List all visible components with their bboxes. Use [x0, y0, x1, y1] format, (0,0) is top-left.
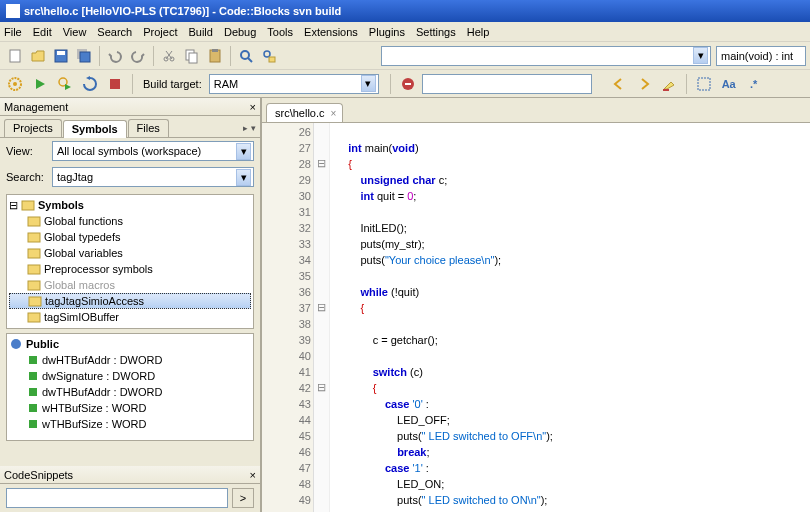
code-pane: src\hello.c × 26272829303132333435363738…	[262, 98, 810, 512]
cut-icon[interactable]	[158, 45, 180, 67]
close-icon[interactable]: ×	[250, 469, 256, 481]
svg-rect-36	[29, 420, 37, 428]
build-icon[interactable]	[4, 73, 26, 95]
rebuild-icon[interactable]	[79, 73, 101, 95]
tab-projects[interactable]: Projects	[4, 119, 62, 137]
menu-search[interactable]: Search	[97, 26, 132, 38]
tree-item[interactable]: dwHTBufAddr : DWORD	[9, 352, 251, 368]
save-icon[interactable]	[50, 45, 72, 67]
undo-icon[interactable]	[104, 45, 126, 67]
menu-view[interactable]: View	[63, 26, 87, 38]
tree-item[interactable]: Global functions	[9, 213, 251, 229]
menu-file[interactable]: File	[4, 26, 22, 38]
window-title: src\hello.c [HelloVIO-PLS (TC1796)] - Co…	[24, 5, 341, 17]
svg-rect-30	[28, 313, 40, 322]
menu-tools[interactable]: Tools	[267, 26, 293, 38]
symbols-tree[interactable]: ⊟SymbolsGlobal functionsGlobal typedefsG…	[6, 194, 254, 329]
highlight-icon[interactable]	[658, 73, 680, 95]
tree-item[interactable]: Global typedefs	[9, 229, 251, 245]
svg-rect-28	[28, 281, 40, 290]
tree-root[interactable]: Public	[9, 336, 251, 352]
toolbar-build: Build target: RAM▾ Aa .*	[0, 70, 810, 98]
svg-rect-22	[698, 78, 710, 90]
chevron-down-icon[interactable]: ▾	[236, 169, 251, 186]
menu-plugins[interactable]: Plugins	[369, 26, 405, 38]
menu-edit[interactable]: Edit	[33, 26, 52, 38]
svg-rect-23	[22, 201, 34, 210]
go-button[interactable]: >	[232, 488, 254, 508]
tree-item[interactable]: wTHBufSize : WORD	[9, 416, 251, 432]
search-combo[interactable]: tagJtag▾	[52, 167, 254, 187]
svg-rect-20	[405, 83, 411, 85]
view-combo-value: All local symbols (workspace)	[57, 145, 234, 157]
function-combo[interactable]: main(void) : int	[716, 46, 806, 66]
file-tab-label: src\hello.c	[275, 107, 325, 119]
new-file-icon[interactable]	[4, 45, 26, 67]
search-label: Search:	[6, 171, 48, 183]
chevron-down-icon[interactable]: ▾	[236, 143, 251, 160]
public-tree[interactable]: PublicdwHTBufAddr : DWORDdwSignature : D…	[6, 333, 254, 441]
build-target-combo[interactable]: RAM▾	[209, 74, 379, 94]
abort-icon[interactable]	[104, 73, 126, 95]
view-combo[interactable]: All local symbols (workspace)▾	[52, 141, 254, 161]
file-tab[interactable]: src\hello.c ×	[266, 103, 343, 122]
snippets-title: CodeSnippets	[4, 469, 73, 481]
toolbar-main: ▾ main(void) : int	[0, 42, 810, 70]
menu-extensions[interactable]: Extensions	[304, 26, 358, 38]
svg-rect-29	[29, 297, 41, 306]
chevron-down-icon[interactable]: ▾	[361, 75, 376, 92]
open-icon[interactable]	[27, 45, 49, 67]
select-icon[interactable]	[693, 73, 715, 95]
menu-debug[interactable]: Debug	[224, 26, 256, 38]
nav-forward-icon[interactable]	[633, 73, 655, 95]
stop-debug-icon[interactable]	[397, 73, 419, 95]
tree-item[interactable]: dwSignature : DWORD	[9, 368, 251, 384]
regex-icon[interactable]: .*	[743, 73, 765, 95]
tree-item[interactable]: Global macros	[9, 277, 251, 293]
menu-project[interactable]: Project	[143, 26, 177, 38]
svg-rect-35	[29, 404, 37, 412]
file-tabs: src\hello.c ×	[262, 98, 810, 122]
menu-settings[interactable]: Settings	[416, 26, 456, 38]
tree-item[interactable]: wHTBufSize : WORD	[9, 400, 251, 416]
tree-item[interactable]: tagSimIOBuffer	[9, 309, 251, 325]
search-combo-value: tagJtag	[57, 171, 234, 183]
menu-help[interactable]: Help	[467, 26, 490, 38]
save-all-icon[interactable]	[73, 45, 95, 67]
copy-icon[interactable]	[181, 45, 203, 67]
view-label: View:	[6, 145, 48, 157]
tab-overflow-icon[interactable]: ▸ ▾	[243, 119, 256, 137]
code-editor[interactable]: 2627282930313233343536373839404142434445…	[262, 122, 810, 512]
tree-item[interactable]: dwTHBufAddr : DWORD	[9, 384, 251, 400]
tree-root[interactable]: ⊟Symbols	[9, 197, 251, 213]
snippets-header: CodeSnippets ×	[0, 466, 260, 484]
svg-rect-8	[189, 53, 197, 63]
tree-item[interactable]: Preprocessor symbols	[9, 261, 251, 277]
replace-icon[interactable]	[258, 45, 280, 67]
svg-rect-0	[10, 50, 20, 62]
tree-item[interactable]: tagJtagSimioAccess	[9, 293, 251, 309]
run-icon[interactable]	[29, 73, 51, 95]
tab-symbols[interactable]: Symbols	[63, 120, 127, 138]
management-panel: Management × Projects Symbols Files ▸ ▾ …	[0, 98, 262, 512]
nav-back-icon[interactable]	[608, 73, 630, 95]
tree-item[interactable]: Global variables	[9, 245, 251, 261]
close-icon[interactable]: ×	[250, 101, 256, 113]
svg-rect-2	[57, 51, 65, 55]
app-icon	[6, 4, 20, 18]
debug-combo[interactable]	[422, 74, 592, 94]
paste-icon[interactable]	[204, 45, 226, 67]
symbol-combo-empty[interactable]: ▾	[381, 46, 711, 66]
snippets-input[interactable]	[6, 488, 228, 508]
menu-build[interactable]: Build	[188, 26, 212, 38]
match-case-icon[interactable]: Aa	[718, 73, 740, 95]
build-run-icon[interactable]	[54, 73, 76, 95]
redo-icon[interactable]	[127, 45, 149, 67]
management-title: Management	[4, 101, 68, 113]
find-icon[interactable]	[235, 45, 257, 67]
fold-column[interactable]: ⊟ ⊟ ⊟	[314, 123, 330, 512]
code-content[interactable]: int main(void) { unsigned char c; int qu…	[330, 123, 553, 512]
close-tab-icon[interactable]: ×	[331, 108, 337, 119]
chevron-down-icon[interactable]: ▾	[693, 47, 708, 64]
tab-files[interactable]: Files	[128, 119, 169, 137]
